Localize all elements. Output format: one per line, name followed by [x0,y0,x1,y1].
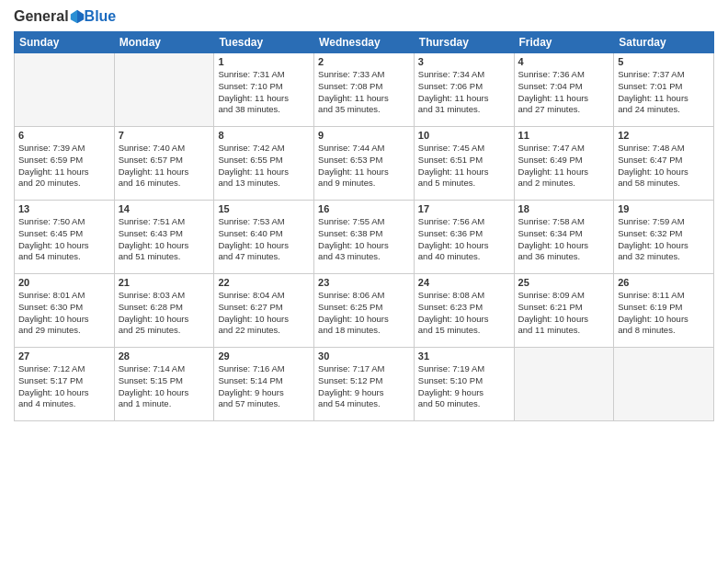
sunrise-text: Sunrise: 7:33 AM [318,69,410,81]
logo: General Blue [14,9,116,24]
day-number: 28 [119,350,210,362]
sunrise-text: Sunrise: 7:44 AM [318,143,410,155]
day-number: 29 [218,350,310,362]
calendar-cell: 14 Sunrise: 7:51 AM Sunset: 6:43 PM Dayl… [114,201,214,274]
sunrise-text: Sunrise: 7:19 AM [418,363,510,375]
daylight-hours: Daylight: 10 hours [18,387,110,399]
daylight-hours: Daylight: 11 hours [18,167,110,178]
day-number: 1 [218,56,310,67]
calendar-cell: 26 Sunrise: 8:11 AM Sunset: 6:19 PM Dayl… [614,274,714,348]
calendar-cell: 1 Sunrise: 7:31 AM Sunset: 7:10 PM Dayli… [214,53,314,127]
sunrise-text: Sunrise: 8:01 AM [18,290,110,302]
daylight-hours: Daylight: 10 hours [618,240,710,252]
sunset-text: Sunset: 6:51 PM [418,155,510,167]
daylight-minutes: and 40 minutes. [418,251,510,263]
sunset-text: Sunset: 7:10 PM [218,81,310,93]
header: General Blue [14,9,714,24]
sunrise-text: Sunrise: 8:11 AM [618,290,710,302]
daylight-minutes: and 54 minutes. [318,398,410,410]
sunset-text: Sunset: 6:27 PM [218,302,310,314]
day-number: 4 [518,56,610,67]
sunset-text: Sunset: 6:40 PM [218,228,310,240]
sunset-text: Sunset: 6:49 PM [518,155,610,167]
week-row-0: 1 Sunrise: 7:31 AM Sunset: 7:10 PM Dayli… [15,53,714,127]
daylight-hours: Daylight: 9 hours [318,387,410,399]
daylight-hours: Daylight: 10 hours [18,314,110,326]
sunrise-text: Sunrise: 7:56 AM [418,216,510,228]
sunrise-text: Sunrise: 7:55 AM [318,216,410,228]
logo-flag-icon [70,9,85,24]
day-number: 22 [218,277,310,288]
day-number: 3 [418,56,510,67]
daylight-minutes: and 32 minutes. [618,251,710,263]
calendar-cell: 13 Sunrise: 7:50 AM Sunset: 6:45 PM Dayl… [15,201,115,274]
calendar-cell: 2 Sunrise: 7:33 AM Sunset: 7:08 PM Dayli… [314,53,415,127]
calendar-cell: 7 Sunrise: 7:40 AM Sunset: 6:57 PM Dayli… [114,127,214,201]
sunset-text: Sunset: 5:14 PM [218,375,310,387]
daylight-minutes: and 15 minutes. [418,325,510,337]
daylight-hours: Daylight: 10 hours [418,314,510,326]
daylight-minutes: and 38 minutes. [218,104,310,116]
daylight-hours: Daylight: 10 hours [518,314,610,326]
sunset-text: Sunset: 6:43 PM [119,228,210,240]
day-number: 27 [18,350,110,362]
daylight-minutes: and 54 minutes. [18,251,110,263]
logo-text: General Blue [14,9,116,24]
calendar-cell: 22 Sunrise: 8:04 AM Sunset: 6:27 PM Dayl… [214,274,314,348]
logo-blue-label: Blue [85,9,117,24]
weekday-header-row: SundayMondayTuesdayWednesdayThursdayFrid… [15,32,714,53]
daylight-hours: Daylight: 10 hours [418,240,510,252]
weekday-header-saturday: Saturday [614,32,714,53]
sunset-text: Sunset: 5:12 PM [318,375,410,387]
daylight-hours: Daylight: 10 hours [218,240,310,252]
svg-marker-1 [70,10,76,23]
sunrise-text: Sunrise: 7:39 AM [18,143,110,155]
day-number: 31 [418,350,510,362]
calendar-cell: 4 Sunrise: 7:36 AM Sunset: 7:04 PM Dayli… [514,53,614,127]
sunrise-text: Sunrise: 7:31 AM [218,69,310,81]
daylight-minutes: and 2 minutes. [518,178,610,190]
calendar-cell [114,53,214,127]
sunrise-text: Sunrise: 7:17 AM [318,363,410,375]
sunrise-text: Sunrise: 7:16 AM [218,363,310,375]
sunrise-text: Sunrise: 7:51 AM [119,216,210,228]
day-number: 12 [618,130,710,141]
calendar-cell: 18 Sunrise: 7:58 AM Sunset: 6:34 PM Dayl… [514,201,614,274]
day-number: 23 [318,277,410,288]
page: General Blue SundayMondayTuesdayWednesda… [0,0,728,563]
sunrise-text: Sunrise: 8:06 AM [318,290,410,302]
day-number: 2 [318,56,410,67]
sunset-text: Sunset: 6:30 PM [18,302,110,314]
day-number: 7 [119,130,210,141]
calendar-cell: 25 Sunrise: 8:09 AM Sunset: 6:21 PM Dayl… [514,274,614,348]
day-number: 14 [119,203,210,214]
sunrise-text: Sunrise: 7:12 AM [18,363,110,375]
daylight-hours: Daylight: 9 hours [218,387,310,399]
sunset-text: Sunset: 6:21 PM [518,302,610,314]
daylight-minutes: and 5 minutes. [418,178,510,190]
sunrise-text: Sunrise: 8:08 AM [418,290,510,302]
daylight-minutes: and 50 minutes. [418,398,510,410]
weekday-header-tuesday: Tuesday [214,32,314,53]
weekday-header-friday: Friday [514,32,614,53]
daylight-minutes: and 29 minutes. [18,325,110,337]
daylight-hours: Daylight: 11 hours [218,167,310,178]
daylight-hours: Daylight: 10 hours [618,167,710,178]
daylight-hours: Daylight: 10 hours [119,314,210,326]
calendar-cell: 16 Sunrise: 7:55 AM Sunset: 6:38 PM Dayl… [314,201,415,274]
sunrise-text: Sunrise: 7:37 AM [618,69,710,81]
daylight-minutes: and 13 minutes. [218,178,310,190]
daylight-minutes: and 51 minutes. [119,251,210,263]
day-number: 11 [518,130,610,141]
sunrise-text: Sunrise: 7:42 AM [218,143,310,155]
daylight-minutes: and 22 minutes. [218,325,310,337]
svg-marker-0 [77,10,84,23]
day-number: 5 [618,56,710,67]
weekday-header-thursday: Thursday [414,32,514,53]
calendar-cell: 17 Sunrise: 7:56 AM Sunset: 6:36 PM Dayl… [414,201,514,274]
day-number: 8 [218,130,310,141]
daylight-minutes: and 11 minutes. [518,325,610,337]
calendar-cell: 19 Sunrise: 7:59 AM Sunset: 6:32 PM Dayl… [614,201,714,274]
daylight-minutes: and 8 minutes. [618,325,710,337]
sunset-text: Sunset: 7:06 PM [418,81,510,93]
